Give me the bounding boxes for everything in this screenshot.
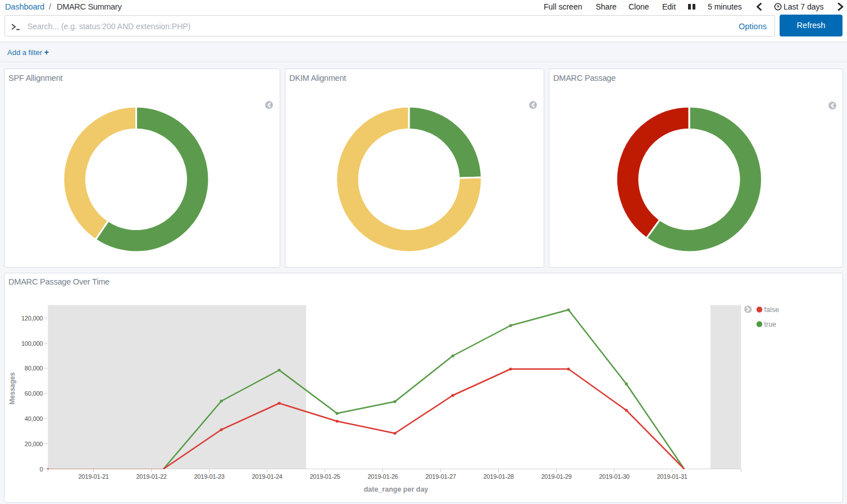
svg-text:2019-01-22: 2019-01-22	[136, 473, 166, 480]
svg-text:120,000: 120,000	[21, 315, 43, 322]
svg-text:2019-01-26: 2019-01-26	[367, 473, 398, 480]
svg-text:true: true	[764, 320, 777, 328]
svg-text:60,000: 60,000	[25, 390, 43, 397]
svg-text:false: false	[764, 306, 779, 314]
svg-text:2019-01-28: 2019-01-28	[483, 473, 513, 480]
svg-text:2019-01-24: 2019-01-24	[252, 473, 282, 480]
svg-text:2019-01-29: 2019-01-29	[541, 473, 571, 480]
svg-text:2019-01-31: 2019-01-31	[657, 473, 687, 480]
svg-text:40,000: 40,000	[25, 415, 43, 422]
svg-text:0: 0	[39, 466, 43, 473]
svg-text:Messages: Messages	[8, 372, 16, 405]
svg-text:2019-01-21: 2019-01-21	[78, 473, 108, 480]
svg-text:2019-01-25: 2019-01-25	[309, 473, 340, 480]
svg-text:100,000: 100,000	[21, 340, 43, 347]
svg-text:20,000: 20,000	[25, 441, 43, 447]
svg-text:2019-01-30: 2019-01-30	[599, 473, 629, 480]
svg-text:date_range per day: date_range per day	[364, 485, 429, 493]
svg-text:2019-01-23: 2019-01-23	[194, 473, 224, 480]
svg-text:2019-01-27: 2019-01-27	[425, 473, 456, 480]
svg-text:80,000: 80,000	[25, 365, 43, 372]
